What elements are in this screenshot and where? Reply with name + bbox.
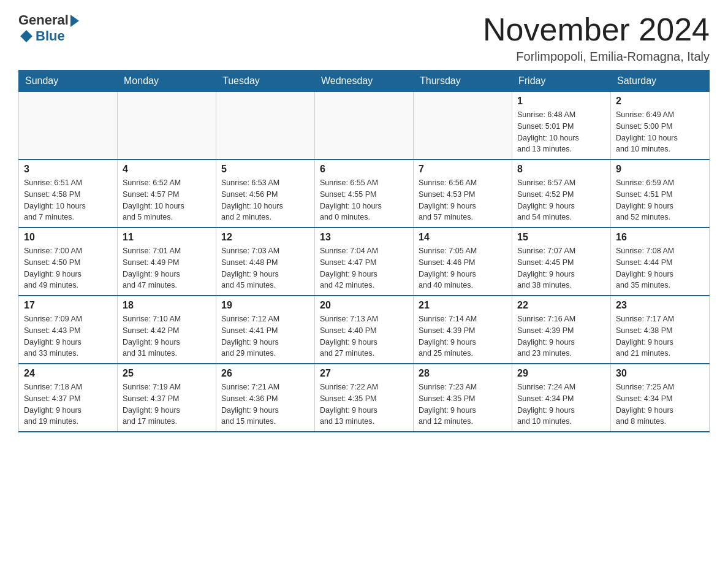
day-info: Sunrise: 7:23 AM Sunset: 4:35 PM Dayligh…	[419, 381, 507, 427]
calendar-week-row: 17Sunrise: 7:09 AM Sunset: 4:43 PM Dayli…	[19, 296, 710, 364]
calendar-cell	[118, 92, 216, 160]
day-number: 6	[320, 164, 408, 175]
page-header: General Blue November 2024 Forlimpopoli,…	[18, 12, 710, 64]
day-info: Sunrise: 7:13 AM Sunset: 4:40 PM Dayligh…	[320, 313, 408, 359]
day-info: Sunrise: 7:24 AM Sunset: 4:34 PM Dayligh…	[517, 381, 605, 427]
header-saturday: Saturday	[611, 71, 710, 92]
header-thursday: Thursday	[414, 71, 512, 92]
day-info: Sunrise: 7:10 AM Sunset: 4:42 PM Dayligh…	[123, 313, 211, 359]
calendar-cell: 10Sunrise: 7:00 AM Sunset: 4:50 PM Dayli…	[19, 228, 118, 296]
day-number: 12	[221, 232, 309, 243]
day-number: 14	[419, 232, 507, 243]
day-number: 27	[320, 368, 408, 379]
calendar-cell: 3Sunrise: 6:51 AM Sunset: 4:58 PM Daylig…	[19, 159, 118, 228]
day-number: 10	[24, 232, 112, 243]
header-sunday: Sunday	[19, 71, 118, 92]
logo: General Blue	[18, 12, 79, 44]
day-number: 3	[24, 164, 112, 175]
day-info: Sunrise: 6:53 AM Sunset: 4:56 PM Dayligh…	[221, 177, 309, 223]
day-info: Sunrise: 6:55 AM Sunset: 4:55 PM Dayligh…	[320, 177, 408, 223]
calendar-table: SundayMondayTuesdayWednesdayThursdayFrid…	[18, 70, 710, 432]
day-info: Sunrise: 7:18 AM Sunset: 4:37 PM Dayligh…	[24, 381, 112, 427]
day-number: 13	[320, 232, 408, 243]
calendar-cell: 14Sunrise: 7:05 AM Sunset: 4:46 PM Dayli…	[414, 228, 512, 296]
logo-blue-text: Blue	[36, 28, 65, 44]
day-info: Sunrise: 6:57 AM Sunset: 4:52 PM Dayligh…	[517, 177, 605, 223]
calendar-cell: 11Sunrise: 7:01 AM Sunset: 4:49 PM Dayli…	[118, 228, 216, 296]
calendar-cell: 2Sunrise: 6:49 AM Sunset: 5:00 PM Daylig…	[611, 92, 710, 160]
calendar-cell: 16Sunrise: 7:08 AM Sunset: 4:44 PM Dayli…	[611, 228, 710, 296]
calendar-cell: 22Sunrise: 7:16 AM Sunset: 4:39 PM Dayli…	[512, 296, 611, 364]
day-number: 4	[123, 164, 211, 175]
day-number: 30	[616, 368, 704, 379]
calendar-cell: 18Sunrise: 7:10 AM Sunset: 4:42 PM Dayli…	[118, 296, 216, 364]
day-info: Sunrise: 7:07 AM Sunset: 4:45 PM Dayligh…	[517, 245, 605, 291]
calendar-week-row: 24Sunrise: 7:18 AM Sunset: 4:37 PM Dayli…	[19, 364, 710, 432]
day-info: Sunrise: 6:52 AM Sunset: 4:57 PM Dayligh…	[123, 177, 211, 223]
logo-arrow-icon	[70, 15, 79, 27]
day-info: Sunrise: 7:01 AM Sunset: 4:49 PM Dayligh…	[123, 245, 211, 291]
day-info: Sunrise: 6:49 AM Sunset: 5:00 PM Dayligh…	[616, 109, 704, 155]
calendar-week-row: 10Sunrise: 7:00 AM Sunset: 4:50 PM Dayli…	[19, 228, 710, 296]
calendar-cell: 28Sunrise: 7:23 AM Sunset: 4:35 PM Dayli…	[414, 364, 512, 432]
title-block: November 2024 Forlimpopoli, Emilia-Romag…	[483, 12, 710, 64]
day-info: Sunrise: 7:05 AM Sunset: 4:46 PM Dayligh…	[419, 245, 507, 291]
calendar-cell: 26Sunrise: 7:21 AM Sunset: 4:36 PM Dayli…	[216, 364, 315, 432]
calendar-cell	[216, 92, 315, 160]
day-number: 17	[24, 300, 112, 311]
day-number: 24	[24, 368, 112, 379]
day-info: Sunrise: 7:00 AM Sunset: 4:50 PM Dayligh…	[24, 245, 112, 291]
calendar-cell: 1Sunrise: 6:48 AM Sunset: 5:01 PM Daylig…	[512, 92, 611, 160]
day-number: 2	[616, 96, 704, 107]
calendar-header-row: SundayMondayTuesdayWednesdayThursdayFrid…	[19, 71, 710, 92]
day-info: Sunrise: 7:12 AM Sunset: 4:41 PM Dayligh…	[221, 313, 309, 359]
day-info: Sunrise: 7:22 AM Sunset: 4:35 PM Dayligh…	[320, 381, 408, 427]
day-number: 7	[419, 164, 507, 175]
calendar-cell	[414, 92, 512, 160]
calendar-cell: 17Sunrise: 7:09 AM Sunset: 4:43 PM Dayli…	[19, 296, 118, 364]
day-info: Sunrise: 7:04 AM Sunset: 4:47 PM Dayligh…	[320, 245, 408, 291]
calendar-cell: 21Sunrise: 7:14 AM Sunset: 4:39 PM Dayli…	[414, 296, 512, 364]
calendar-cell: 5Sunrise: 6:53 AM Sunset: 4:56 PM Daylig…	[216, 159, 315, 228]
calendar-week-row: 1Sunrise: 6:48 AM Sunset: 5:01 PM Daylig…	[19, 92, 710, 160]
day-info: Sunrise: 7:09 AM Sunset: 4:43 PM Dayligh…	[24, 313, 112, 359]
header-friday: Friday	[512, 71, 611, 92]
day-info: Sunrise: 6:51 AM Sunset: 4:58 PM Dayligh…	[24, 177, 112, 223]
day-number: 20	[320, 300, 408, 311]
day-info: Sunrise: 7:19 AM Sunset: 4:37 PM Dayligh…	[123, 381, 211, 427]
calendar-week-row: 3Sunrise: 6:51 AM Sunset: 4:58 PM Daylig…	[19, 159, 710, 228]
day-info: Sunrise: 7:25 AM Sunset: 4:34 PM Dayligh…	[616, 381, 704, 427]
calendar-cell: 8Sunrise: 6:57 AM Sunset: 4:52 PM Daylig…	[512, 159, 611, 228]
calendar-cell: 19Sunrise: 7:12 AM Sunset: 4:41 PM Dayli…	[216, 296, 315, 364]
calendar-cell: 25Sunrise: 7:19 AM Sunset: 4:37 PM Dayli…	[118, 364, 216, 432]
day-number: 15	[517, 232, 605, 243]
calendar-cell: 7Sunrise: 6:56 AM Sunset: 4:53 PM Daylig…	[414, 159, 512, 228]
calendar-cell: 12Sunrise: 7:03 AM Sunset: 4:48 PM Dayli…	[216, 228, 315, 296]
day-number: 23	[616, 300, 704, 311]
day-number: 29	[517, 368, 605, 379]
day-info: Sunrise: 7:21 AM Sunset: 4:36 PM Dayligh…	[221, 381, 309, 427]
day-number: 21	[419, 300, 507, 311]
day-number: 11	[123, 232, 211, 243]
calendar-cell: 23Sunrise: 7:17 AM Sunset: 4:38 PM Dayli…	[611, 296, 710, 364]
day-number: 5	[221, 164, 309, 175]
day-number: 1	[517, 96, 605, 107]
calendar-cell: 13Sunrise: 7:04 AM Sunset: 4:47 PM Dayli…	[315, 228, 414, 296]
day-number: 18	[123, 300, 211, 311]
day-number: 9	[616, 164, 704, 175]
day-info: Sunrise: 7:03 AM Sunset: 4:48 PM Dayligh…	[221, 245, 309, 291]
day-number: 16	[616, 232, 704, 243]
day-number: 8	[517, 164, 605, 175]
calendar-cell: 15Sunrise: 7:07 AM Sunset: 4:45 PM Dayli…	[512, 228, 611, 296]
calendar-cell: 24Sunrise: 7:18 AM Sunset: 4:37 PM Dayli…	[19, 364, 118, 432]
day-info: Sunrise: 6:59 AM Sunset: 4:51 PM Dayligh…	[616, 177, 704, 223]
calendar-cell	[19, 92, 118, 160]
calendar-cell: 6Sunrise: 6:55 AM Sunset: 4:55 PM Daylig…	[315, 159, 414, 228]
calendar-cell: 9Sunrise: 6:59 AM Sunset: 4:51 PM Daylig…	[611, 159, 710, 228]
day-info: Sunrise: 7:14 AM Sunset: 4:39 PM Dayligh…	[419, 313, 507, 359]
calendar-cell: 27Sunrise: 7:22 AM Sunset: 4:35 PM Dayli…	[315, 364, 414, 432]
day-number: 25	[123, 368, 211, 379]
calendar-cell: 4Sunrise: 6:52 AM Sunset: 4:57 PM Daylig…	[118, 159, 216, 228]
month-title: November 2024	[483, 12, 710, 47]
calendar-cell: 29Sunrise: 7:24 AM Sunset: 4:34 PM Dayli…	[512, 364, 611, 432]
